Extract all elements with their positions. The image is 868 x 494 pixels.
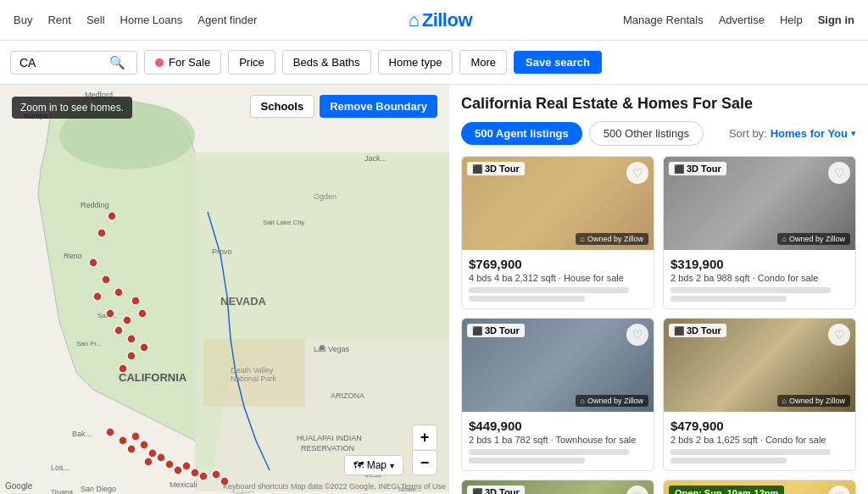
svg-point-54 [157,453,165,462]
beds-baths-button[interactable]: Beds & Baths [282,50,371,75]
card-info: $449,900 2 bds 1 ba 782 sqft · Townhouse… [462,412,654,470]
svg-text:HUALAPAI INDIAN: HUALAPAI INDIAN [297,434,362,442]
tab-agent-listings[interactable]: 500 Agent listings [461,122,582,145]
for-sale-button[interactable]: For Sale [144,50,221,75]
card-address-line2 [670,458,787,463]
listings-tabs: 500 Agent listings 500 Other listings So… [461,121,856,146]
svg-text:Redding: Redding [81,201,109,209]
svg-text:Mexicali: Mexicali [170,480,198,489]
card-3d-badge: ⬛ 3D Tour [467,324,525,337]
nav-sign-in[interactable]: Sign in [818,14,854,26]
card-heart-btn[interactable]: ♡ [626,486,648,494]
card-address-line1 [670,449,831,455]
search-icon[interactable]: 🔍 [109,55,125,70]
card-address-line1 [469,449,629,455]
svg-point-42 [138,309,147,318]
card-address-line1 [469,287,629,293]
svg-point-50 [131,432,140,441]
svg-point-35 [89,258,97,267]
more-button[interactable]: More [459,50,507,75]
nav-help[interactable]: Help [780,14,803,26]
main-content: NEVADA CALIFORNIA Death Valley National … [0,85,868,494]
home-type-button[interactable]: Home type [378,50,453,75]
nav-advertise[interactable]: Advertise [719,14,765,26]
nav-manage-rentals[interactable]: Manage Rentals [623,14,704,26]
card-price: $319,900 [670,257,849,271]
card-address-line1 [670,287,831,293]
nav-left: Buy Rent Sell Home Loans Agent finder [14,14,257,26]
card-details: 2 bds 2 ba 1,625 sqft · Condo for sale [670,435,849,445]
card-3d-badge: ⬛ 3D Tour [669,324,726,337]
svg-point-36 [102,275,110,284]
zillow-owned-icon: ⌂ [581,397,585,405]
listing-card[interactable]: ⬛ 3D Tour ♡ ⌂ Owned by Zillow $319,900 2… [663,156,856,309]
card-heart-btn[interactable]: ♡ [626,162,648,184]
card-price: $449,900 [469,419,647,433]
listings-grid: ⬛ 3D Tour ♡ ⌂ Owned by Zillow $769,900 4… [461,156,856,494]
owned-badge: ⌂ Owned by Zillow [576,395,648,407]
svg-text:Las Vegas: Las Vegas [314,345,350,353]
listing-card[interactable]: ⬛ 3D Tour ♡ [461,480,654,494]
tab-other-listings[interactable]: 500 Other listings [589,121,704,146]
sort-value[interactable]: Homes for You [771,127,848,140]
listing-card[interactable]: Open: Sun. 10am-12pm ♡ [663,480,856,494]
card-heart-btn[interactable]: ♡ [828,324,850,346]
card-heart-btn[interactable]: ♡ [828,486,850,494]
card-address-line2 [670,296,787,302]
map-type-button[interactable]: 🗺 Map ▾ [344,455,403,475]
search-bar: 🔍 For Sale Price Beds & Baths Home type … [0,41,868,85]
logo-icon: ⌂ [408,9,419,31]
save-search-button[interactable]: Save search [514,51,602,74]
for-sale-dot [155,58,164,67]
svg-point-34 [97,229,106,237]
nav-rent[interactable]: Rent [47,14,70,26]
remove-boundary-button[interactable]: Remove Boundary [320,95,437,118]
svg-text:CALIFORNIA: CALIFORNIA [119,371,187,384]
nav-home-loans[interactable]: Home Loans [120,14,183,26]
price-button[interactable]: Price [228,50,275,75]
nav-agent-finder[interactable]: Agent finder [198,14,257,26]
cube-icon: ⬛ [472,164,482,174]
svg-text:ARIZONA: ARIZONA [331,391,364,400]
open-house-badge: Open: Sun. 10am-12pm [669,486,784,494]
sort-container: Sort by: Homes for You ▾ [729,127,856,140]
svg-point-47 [119,364,127,373]
card-info: $319,900 2 bds 2 ba 988 sqft · Condo for… [664,250,855,308]
card-heart-btn[interactable]: ♡ [828,162,850,184]
svg-text:San Diego: San Diego [81,485,116,493]
search-input-wrapper[interactable]: 🔍 [10,51,137,75]
svg-text:Ogden: Ogden [314,192,337,201]
zoom-in-button[interactable]: + [412,425,437,450]
schools-button[interactable]: Schools [250,95,315,118]
listing-card[interactable]: ⬛ 3D Tour ♡ ⌂ Owned by Zillow $479,900 2… [663,318,856,471]
map-icon: 🗺 [353,459,364,471]
map-section: NEVADA CALIFORNIA Death Valley National … [0,85,449,494]
zoom-out-button[interactable]: − [412,450,437,475]
svg-point-48 [106,428,114,436]
listing-card[interactable]: ⬛ 3D Tour ♡ ⌂ Owned by Zillow $769,900 4… [461,156,654,309]
card-info: $479,900 2 bds 2 ba 1,625 sqft · Condo f… [664,412,855,470]
card-price: $769,900 [469,257,647,271]
card-price: $479,900 [670,419,849,433]
logo[interactable]: ⌂ Zillow [408,9,472,31]
search-input[interactable] [19,56,104,69]
cube-icon: ⬛ [674,326,684,336]
listing-card[interactable]: ⬛ 3D Tour ♡ ⌂ Owned by Zillow $449,900 2… [461,318,654,471]
svg-point-52 [140,441,148,449]
map-attribution-google: Google [5,481,32,491]
owned-badge: ⌂ Owned by Zillow [777,395,850,407]
nav-sell[interactable]: Sell [86,14,105,26]
map-top-controls: Schools Remove Boundary [250,95,437,118]
svg-text:Los...: Los... [51,463,70,472]
nav-buy[interactable]: Buy [14,14,32,26]
svg-point-59 [191,469,199,477]
card-details: 2 bds 1 ba 782 sqft · Townhouse for sale [469,435,647,445]
card-heart-btn[interactable]: ♡ [626,324,648,346]
card-image: ⬛ 3D Tour ♡ [462,480,654,494]
card-image: ⬛ 3D Tour ♡ ⌂ Owned by Zillow [462,157,654,250]
svg-point-41 [123,316,131,325]
svg-point-46 [127,352,136,360]
card-image: ⬛ 3D Tour ♡ ⌂ Owned by Zillow [462,319,654,412]
card-image: ⬛ 3D Tour ♡ ⌂ Owned by Zillow [664,319,855,412]
svg-point-51 [127,445,136,453]
